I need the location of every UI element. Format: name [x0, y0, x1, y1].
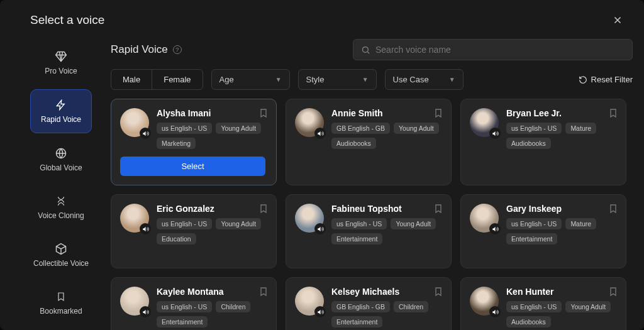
bookmark-button[interactable] [433, 285, 443, 298]
refresh-icon [579, 75, 587, 84]
voice-tag: Entertainment [331, 233, 382, 245]
globe-icon [55, 147, 67, 160]
avatar [120, 108, 149, 137]
bookmark-button[interactable] [258, 285, 269, 298]
style-dropdown[interactable]: Style▼ [298, 69, 377, 90]
modal-title: Select a voice [30, 13, 104, 27]
reset-filter-button[interactable]: Reset Filter [579, 75, 633, 84]
sidebar-label: Global Voice [40, 163, 82, 172]
speaker-icon[interactable] [140, 306, 151, 317]
voice-tag: Children [394, 301, 428, 312]
voice-name: Kaylee Montana [157, 287, 267, 297]
modal-header: Select a voice [0, 0, 644, 34]
speaker-icon[interactable] [489, 128, 501, 139]
voice-tag: Young Adult [391, 218, 436, 229]
sidebar-item-rapid-voice[interactable]: Rapid Voice [30, 89, 92, 133]
voice-tag: Young Adult [565, 301, 611, 312]
speaker-icon[interactable] [314, 128, 326, 139]
avatar [120, 287, 149, 316]
voice-card[interactable]: Eric Gonzalez us English - USYoung Adult… [111, 194, 277, 268]
voice-tag: Entertainment [506, 233, 557, 245]
age-dropdown[interactable]: Age▼ [211, 69, 290, 90]
filter-bar: MaleFemale Age▼Style▼Use Case▼ Reset Fil… [111, 69, 633, 99]
close-icon [612, 14, 623, 26]
male-filter-button[interactable]: Male [111, 70, 152, 89]
voice-tag: Entertainment [331, 316, 382, 327]
voice-card[interactable]: Kelsey Michaels GB English - GBChildrenE… [286, 277, 452, 330]
sidebar-label: Pro Voice [45, 67, 77, 75]
sidebar-label: Bookmarked [40, 307, 82, 316]
voice-card[interactable]: Gary Inskeep us English - USMatureEntert… [460, 194, 626, 268]
voice-card[interactable]: Bryan Lee Jr. us English - USMatureAudio… [460, 99, 626, 185]
svg-point-1 [363, 47, 369, 52]
sidebar-item-collectible-voice[interactable]: Collectible Voice [30, 234, 92, 277]
avatar [120, 204, 149, 233]
bolt-icon [55, 99, 67, 111]
voice-tags: us English - USYoung AdultAudiobooks [506, 301, 617, 327]
voice-name: Bryan Lee Jr. [506, 108, 617, 118]
sidebar-label: Rapid Voice [41, 115, 81, 124]
voice-tag: us English - US [157, 123, 212, 134]
voice-tags: us English - USChildrenEntertainment [157, 301, 267, 327]
close-button[interactable] [609, 11, 626, 29]
speaker-icon[interactable] [489, 306, 501, 317]
voice-tags: us English - USYoung AdultEducation [157, 218, 267, 245]
bookmark-button[interactable] [258, 202, 269, 215]
voice-tag: us English - US [331, 218, 387, 229]
voice-tag: Young Adult [216, 123, 261, 134]
voice-tag: GB English - GB [331, 123, 390, 134]
sidebar: Pro VoiceRapid VoiceGlobal VoiceVoice Cl… [24, 34, 98, 330]
speaker-icon[interactable] [489, 223, 501, 234]
bookmark-button[interactable] [258, 107, 269, 119]
voice-name: Ken Hunter [506, 287, 617, 297]
voice-tag: Children [216, 301, 250, 312]
sidebar-item-voice-cloning[interactable]: Voice Cloning [30, 186, 92, 229]
voice-name: Eric Gonzalez [157, 204, 267, 214]
voice-tag: Young Adult [394, 123, 439, 134]
voice-name: Alysha Imani [157, 108, 267, 118]
voice-card[interactable]: Fabineu Topshot us English - USYoung Adu… [286, 194, 452, 268]
voice-tag: Entertainment [157, 316, 208, 327]
speaker-icon[interactable] [314, 223, 326, 234]
search-input[interactable] [375, 45, 625, 55]
chevron-down-icon: ▼ [449, 76, 455, 83]
sidebar-item-pro-voice[interactable]: Pro Voice [30, 41, 92, 84]
sidebar-item-global-voice[interactable]: Global Voice [30, 138, 92, 181]
avatar [470, 204, 499, 233]
bookmark-button[interactable] [608, 107, 618, 119]
bookmark-icon [55, 290, 67, 303]
voice-card[interactable]: Kaylee Montana us English - USChildrenEn… [111, 277, 277, 330]
voice-tag: Audiobooks [331, 138, 376, 149]
voice-tag: us English - US [506, 123, 562, 134]
select-button[interactable]: Select [120, 157, 265, 176]
bookmark-button[interactable] [433, 202, 443, 215]
voice-tag: GB English - GB [331, 301, 390, 312]
avatar [295, 204, 324, 233]
chevron-down-icon: ▼ [275, 76, 282, 83]
speaker-icon[interactable] [314, 306, 326, 317]
gender-toggle: MaleFemale [111, 69, 203, 90]
bookmark-button[interactable] [433, 107, 443, 119]
help-icon[interactable]: ? [173, 45, 182, 54]
speaker-icon[interactable] [140, 223, 151, 234]
sidebar-item-bookmarked[interactable]: Bookmarked [30, 282, 92, 324]
bookmark-button[interactable] [608, 202, 618, 215]
search-input-wrap[interactable] [353, 39, 633, 60]
voice-tag: us English - US [157, 301, 212, 312]
dna-icon [55, 195, 67, 207]
use-case-dropdown[interactable]: Use Case▼ [385, 69, 464, 90]
voice-card[interactable]: Ken Hunter us English - USYoung AdultAud… [460, 277, 626, 330]
avatar [295, 108, 324, 137]
search-icon [361, 45, 370, 55]
voice-card[interactable]: Annie Smith GB English - GBYoung AdultAu… [286, 99, 452, 185]
diamond-icon [55, 50, 67, 63]
voice-card[interactable]: Alysha Imani us English - USYoung AdultM… [111, 99, 277, 185]
voice-tag: Audiobooks [506, 138, 551, 149]
sidebar-label: Voice Cloning [38, 211, 84, 220]
voice-tag: us English - US [157, 218, 212, 229]
section-title: Rapid Voice ? [111, 43, 182, 56]
female-filter-button[interactable]: Female [152, 70, 202, 89]
speaker-icon[interactable] [140, 128, 151, 139]
voice-name: Kelsey Michaels [331, 287, 442, 297]
bookmark-button[interactable] [608, 285, 618, 298]
